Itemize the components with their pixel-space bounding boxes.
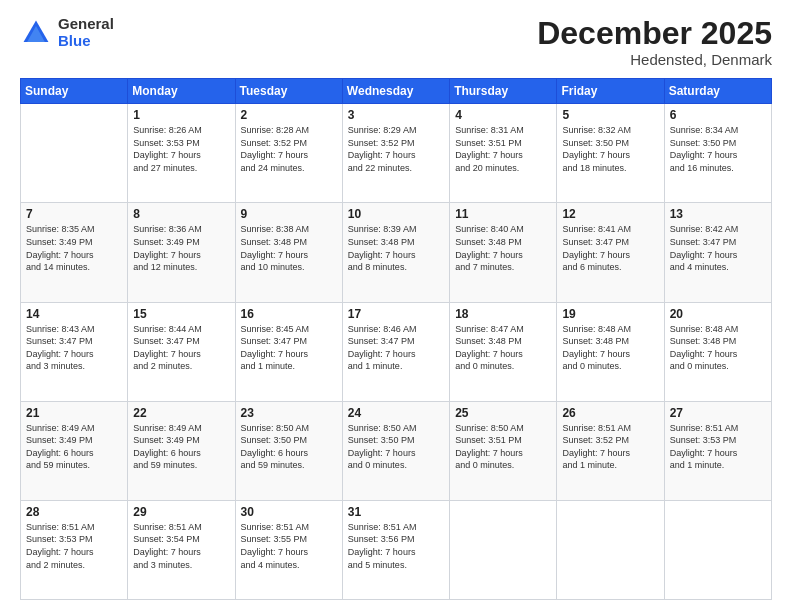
calendar-week-5: 28Sunrise: 8:51 AM Sunset: 3:53 PM Dayli…	[21, 500, 772, 599]
calendar-header: SundayMondayTuesdayWednesdayThursdayFrid…	[21, 79, 772, 104]
day-number: 14	[26, 307, 122, 321]
calendar-cell	[664, 500, 771, 599]
day-number: 3	[348, 108, 444, 122]
day-number: 17	[348, 307, 444, 321]
calendar-cell: 15Sunrise: 8:44 AM Sunset: 3:47 PM Dayli…	[128, 302, 235, 401]
day-info: Sunrise: 8:28 AM Sunset: 3:52 PM Dayligh…	[241, 124, 337, 174]
calendar-cell: 16Sunrise: 8:45 AM Sunset: 3:47 PM Dayli…	[235, 302, 342, 401]
day-info: Sunrise: 8:51 AM Sunset: 3:53 PM Dayligh…	[670, 422, 766, 472]
day-info: Sunrise: 8:46 AM Sunset: 3:47 PM Dayligh…	[348, 323, 444, 373]
logo-blue: Blue	[58, 33, 114, 50]
header-cell-saturday: Saturday	[664, 79, 771, 104]
calendar-cell: 31Sunrise: 8:51 AM Sunset: 3:56 PM Dayli…	[342, 500, 449, 599]
day-info: Sunrise: 8:35 AM Sunset: 3:49 PM Dayligh…	[26, 223, 122, 273]
calendar-cell: 9Sunrise: 8:38 AM Sunset: 3:48 PM Daylig…	[235, 203, 342, 302]
day-info: Sunrise: 8:39 AM Sunset: 3:48 PM Dayligh…	[348, 223, 444, 273]
logo-icon	[20, 17, 52, 49]
calendar-cell: 4Sunrise: 8:31 AM Sunset: 3:51 PM Daylig…	[450, 104, 557, 203]
calendar-cell: 19Sunrise: 8:48 AM Sunset: 3:48 PM Dayli…	[557, 302, 664, 401]
day-number: 31	[348, 505, 444, 519]
day-number: 25	[455, 406, 551, 420]
day-number: 12	[562, 207, 658, 221]
header-cell-thursday: Thursday	[450, 79, 557, 104]
title-block: December 2025 Hedensted, Denmark	[537, 16, 772, 68]
calendar-cell	[557, 500, 664, 599]
calendar-body: 1Sunrise: 8:26 AM Sunset: 3:53 PM Daylig…	[21, 104, 772, 600]
day-number: 15	[133, 307, 229, 321]
day-info: Sunrise: 8:42 AM Sunset: 3:47 PM Dayligh…	[670, 223, 766, 273]
day-number: 28	[26, 505, 122, 519]
calendar-cell: 6Sunrise: 8:34 AM Sunset: 3:50 PM Daylig…	[664, 104, 771, 203]
calendar-week-1: 1Sunrise: 8:26 AM Sunset: 3:53 PM Daylig…	[21, 104, 772, 203]
calendar-cell: 3Sunrise: 8:29 AM Sunset: 3:52 PM Daylig…	[342, 104, 449, 203]
day-info: Sunrise: 8:51 AM Sunset: 3:55 PM Dayligh…	[241, 521, 337, 571]
calendar-week-4: 21Sunrise: 8:49 AM Sunset: 3:49 PM Dayli…	[21, 401, 772, 500]
day-info: Sunrise: 8:36 AM Sunset: 3:49 PM Dayligh…	[133, 223, 229, 273]
day-number: 4	[455, 108, 551, 122]
calendar-cell: 29Sunrise: 8:51 AM Sunset: 3:54 PM Dayli…	[128, 500, 235, 599]
day-info: Sunrise: 8:50 AM Sunset: 3:51 PM Dayligh…	[455, 422, 551, 472]
day-number: 8	[133, 207, 229, 221]
calendar-cell: 2Sunrise: 8:28 AM Sunset: 3:52 PM Daylig…	[235, 104, 342, 203]
day-info: Sunrise: 8:47 AM Sunset: 3:48 PM Dayligh…	[455, 323, 551, 373]
calendar-cell: 10Sunrise: 8:39 AM Sunset: 3:48 PM Dayli…	[342, 203, 449, 302]
calendar-page: General Blue December 2025 Hedensted, De…	[0, 0, 792, 612]
calendar-cell: 27Sunrise: 8:51 AM Sunset: 3:53 PM Dayli…	[664, 401, 771, 500]
day-number: 6	[670, 108, 766, 122]
day-number: 2	[241, 108, 337, 122]
logo-text: General Blue	[58, 16, 114, 49]
day-number: 5	[562, 108, 658, 122]
day-number: 24	[348, 406, 444, 420]
calendar-cell	[21, 104, 128, 203]
day-number: 9	[241, 207, 337, 221]
day-info: Sunrise: 8:45 AM Sunset: 3:47 PM Dayligh…	[241, 323, 337, 373]
header-row: SundayMondayTuesdayWednesdayThursdayFrid…	[21, 79, 772, 104]
calendar-cell: 25Sunrise: 8:50 AM Sunset: 3:51 PM Dayli…	[450, 401, 557, 500]
day-number: 26	[562, 406, 658, 420]
day-number: 7	[26, 207, 122, 221]
calendar-cell: 23Sunrise: 8:50 AM Sunset: 3:50 PM Dayli…	[235, 401, 342, 500]
calendar-cell	[450, 500, 557, 599]
day-info: Sunrise: 8:38 AM Sunset: 3:48 PM Dayligh…	[241, 223, 337, 273]
day-info: Sunrise: 8:48 AM Sunset: 3:48 PM Dayligh…	[562, 323, 658, 373]
day-info: Sunrise: 8:43 AM Sunset: 3:47 PM Dayligh…	[26, 323, 122, 373]
day-info: Sunrise: 8:40 AM Sunset: 3:48 PM Dayligh…	[455, 223, 551, 273]
calendar-cell: 11Sunrise: 8:40 AM Sunset: 3:48 PM Dayli…	[450, 203, 557, 302]
day-number: 21	[26, 406, 122, 420]
calendar-cell: 18Sunrise: 8:47 AM Sunset: 3:48 PM Dayli…	[450, 302, 557, 401]
calendar-table: SundayMondayTuesdayWednesdayThursdayFrid…	[20, 78, 772, 600]
day-info: Sunrise: 8:34 AM Sunset: 3:50 PM Dayligh…	[670, 124, 766, 174]
header-cell-wednesday: Wednesday	[342, 79, 449, 104]
day-number: 13	[670, 207, 766, 221]
day-info: Sunrise: 8:51 AM Sunset: 3:56 PM Dayligh…	[348, 521, 444, 571]
day-number: 1	[133, 108, 229, 122]
day-number: 11	[455, 207, 551, 221]
day-number: 10	[348, 207, 444, 221]
logo-general: General	[58, 16, 114, 33]
day-info: Sunrise: 8:51 AM Sunset: 3:53 PM Dayligh…	[26, 521, 122, 571]
header: General Blue December 2025 Hedensted, De…	[20, 16, 772, 68]
day-number: 29	[133, 505, 229, 519]
calendar-week-2: 7Sunrise: 8:35 AM Sunset: 3:49 PM Daylig…	[21, 203, 772, 302]
calendar-cell: 14Sunrise: 8:43 AM Sunset: 3:47 PM Dayli…	[21, 302, 128, 401]
calendar-cell: 7Sunrise: 8:35 AM Sunset: 3:49 PM Daylig…	[21, 203, 128, 302]
day-number: 16	[241, 307, 337, 321]
day-info: Sunrise: 8:49 AM Sunset: 3:49 PM Dayligh…	[26, 422, 122, 472]
calendar-cell: 12Sunrise: 8:41 AM Sunset: 3:47 PM Dayli…	[557, 203, 664, 302]
day-info: Sunrise: 8:31 AM Sunset: 3:51 PM Dayligh…	[455, 124, 551, 174]
calendar-cell: 24Sunrise: 8:50 AM Sunset: 3:50 PM Dayli…	[342, 401, 449, 500]
day-number: 23	[241, 406, 337, 420]
calendar-cell: 20Sunrise: 8:48 AM Sunset: 3:48 PM Dayli…	[664, 302, 771, 401]
day-info: Sunrise: 8:50 AM Sunset: 3:50 PM Dayligh…	[348, 422, 444, 472]
calendar-cell: 5Sunrise: 8:32 AM Sunset: 3:50 PM Daylig…	[557, 104, 664, 203]
day-info: Sunrise: 8:32 AM Sunset: 3:50 PM Dayligh…	[562, 124, 658, 174]
day-info: Sunrise: 8:26 AM Sunset: 3:53 PM Dayligh…	[133, 124, 229, 174]
day-number: 30	[241, 505, 337, 519]
day-info: Sunrise: 8:49 AM Sunset: 3:49 PM Dayligh…	[133, 422, 229, 472]
header-cell-monday: Monday	[128, 79, 235, 104]
header-cell-sunday: Sunday	[21, 79, 128, 104]
calendar-week-3: 14Sunrise: 8:43 AM Sunset: 3:47 PM Dayli…	[21, 302, 772, 401]
day-info: Sunrise: 8:51 AM Sunset: 3:52 PM Dayligh…	[562, 422, 658, 472]
day-info: Sunrise: 8:44 AM Sunset: 3:47 PM Dayligh…	[133, 323, 229, 373]
day-number: 20	[670, 307, 766, 321]
